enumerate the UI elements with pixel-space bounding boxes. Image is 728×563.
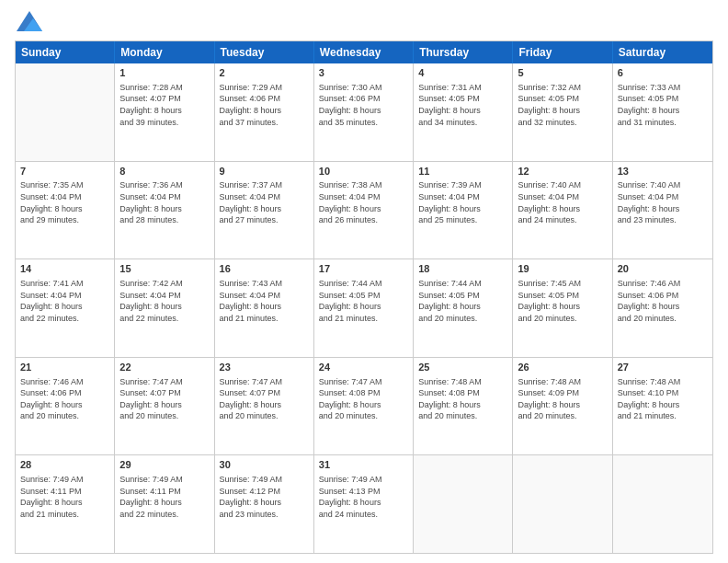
day-cell-21: 21Sunrise: 7:46 AMSunset: 4:06 PMDayligh… (16, 358, 115, 455)
day-cell-11: 11Sunrise: 7:39 AMSunset: 4:04 PMDayligh… (414, 162, 513, 259)
cell-info: Sunrise: 7:28 AMSunset: 4:07 PMDaylight:… (119, 82, 209, 128)
cell-info: Sunrise: 7:44 AMSunset: 4:05 PMDaylight:… (418, 278, 507, 324)
day-number: 15 (119, 262, 209, 276)
cell-info: Sunrise: 7:46 AMSunset: 4:06 PMDaylight:… (618, 278, 708, 324)
day-number: 19 (518, 262, 607, 276)
day-number: 20 (618, 262, 708, 276)
day-cell-1: 1Sunrise: 7:28 AMSunset: 4:07 PMDaylight… (115, 63, 214, 161)
day-number: 23 (220, 361, 309, 374)
cell-info: Sunrise: 7:48 AMSunset: 4:08 PMDaylight:… (418, 376, 507, 422)
cell-info: Sunrise: 7:49 AMSunset: 4:11 PMDaylight:… (20, 474, 109, 520)
cell-info: Sunrise: 7:32 AMSunset: 4:05 PMDaylight:… (518, 82, 607, 128)
day-number: 1 (119, 66, 209, 80)
day-number: 27 (618, 361, 708, 374)
week-row-5: 28Sunrise: 7:49 AMSunset: 4:11 PMDayligh… (16, 455, 712, 553)
day-cell-4: 4Sunrise: 7:31 AMSunset: 4:05 PMDaylight… (414, 63, 513, 161)
calendar: Sunday Monday Tuesday Wednesday Thursday… (15, 40, 713, 554)
day-cell-2: 2Sunrise: 7:29 AMSunset: 4:06 PMDaylight… (215, 63, 314, 161)
week-row-3: 14Sunrise: 7:41 AMSunset: 4:04 PMDayligh… (16, 259, 712, 358)
cell-info: Sunrise: 7:42 AMSunset: 4:04 PMDaylight:… (119, 278, 209, 324)
day-number: 28 (20, 458, 109, 472)
cell-info: Sunrise: 7:37 AMSunset: 4:04 PMDaylight:… (220, 179, 309, 225)
day-cell-3: 3Sunrise: 7:30 AMSunset: 4:06 PMDaylight… (314, 63, 414, 161)
cell-info: Sunrise: 7:36 AMSunset: 4:04 PMDaylight:… (119, 179, 209, 225)
day-cell-13: 13Sunrise: 7:40 AMSunset: 4:04 PMDayligh… (613, 162, 712, 259)
day-cell-19: 19Sunrise: 7:45 AMSunset: 4:05 PMDayligh… (513, 259, 612, 357)
empty-cell (613, 455, 712, 553)
empty-cell (513, 455, 612, 553)
cell-info: Sunrise: 7:38 AMSunset: 4:04 PMDaylight:… (319, 179, 408, 225)
day-cell-6: 6Sunrise: 7:33 AMSunset: 4:05 PMDaylight… (613, 63, 712, 161)
col-monday: Monday (115, 41, 214, 63)
day-cell-31: 31Sunrise: 7:49 AMSunset: 4:13 PMDayligh… (314, 455, 414, 553)
week-row-2: 7Sunrise: 7:35 AMSunset: 4:04 PMDaylight… (16, 162, 712, 260)
empty-cell (414, 455, 513, 553)
cell-info: Sunrise: 7:47 AMSunset: 4:08 PMDaylight:… (319, 376, 408, 422)
day-number: 5 (518, 66, 607, 80)
day-number: 16 (220, 262, 309, 276)
day-number: 2 (220, 66, 309, 80)
day-cell-20: 20Sunrise: 7:46 AMSunset: 4:06 PMDayligh… (613, 259, 712, 357)
day-cell-27: 27Sunrise: 7:48 AMSunset: 4:10 PMDayligh… (613, 358, 712, 455)
day-cell-29: 29Sunrise: 7:49 AMSunset: 4:11 PMDayligh… (115, 455, 214, 553)
calendar-body: 1Sunrise: 7:28 AMSunset: 4:07 PMDaylight… (16, 63, 712, 553)
col-sunday: Sunday (16, 41, 115, 63)
day-cell-12: 12Sunrise: 7:40 AMSunset: 4:04 PMDayligh… (513, 162, 612, 259)
day-number: 7 (20, 165, 109, 178)
day-number: 29 (119, 458, 209, 472)
day-number: 13 (618, 165, 708, 178)
calendar-header: Sunday Monday Tuesday Wednesday Thursday… (16, 41, 712, 63)
day-number: 6 (618, 66, 708, 80)
week-row-4: 21Sunrise: 7:46 AMSunset: 4:06 PMDayligh… (16, 358, 712, 456)
day-number: 12 (518, 165, 607, 178)
day-number: 31 (319, 458, 408, 472)
cell-info: Sunrise: 7:30 AMSunset: 4:06 PMDaylight:… (319, 82, 408, 128)
cell-info: Sunrise: 7:31 AMSunset: 4:05 PMDaylight:… (418, 82, 507, 128)
col-saturday: Saturday (613, 41, 712, 63)
empty-cell (16, 63, 115, 161)
day-number: 3 (319, 66, 408, 80)
cell-info: Sunrise: 7:49 AMSunset: 4:13 PMDaylight:… (319, 474, 408, 520)
day-cell-9: 9Sunrise: 7:37 AMSunset: 4:04 PMDaylight… (215, 162, 314, 259)
cell-info: Sunrise: 7:41 AMSunset: 4:04 PMDaylight:… (20, 278, 109, 324)
cell-info: Sunrise: 7:35 AMSunset: 4:04 PMDaylight:… (20, 179, 109, 225)
cell-info: Sunrise: 7:49 AMSunset: 4:12 PMDaylight:… (220, 474, 309, 520)
cell-info: Sunrise: 7:48 AMSunset: 4:10 PMDaylight:… (618, 376, 708, 422)
day-cell-18: 18Sunrise: 7:44 AMSunset: 4:05 PMDayligh… (414, 259, 513, 357)
logo-icon (17, 11, 42, 31)
cell-info: Sunrise: 7:47 AMSunset: 4:07 PMDaylight:… (119, 376, 209, 422)
day-cell-23: 23Sunrise: 7:47 AMSunset: 4:07 PMDayligh… (215, 358, 314, 455)
cell-info: Sunrise: 7:48 AMSunset: 4:09 PMDaylight:… (518, 376, 607, 422)
page: Sunday Monday Tuesday Wednesday Thursday… (0, 0, 728, 563)
cell-info: Sunrise: 7:43 AMSunset: 4:04 PMDaylight:… (220, 278, 309, 324)
day-cell-25: 25Sunrise: 7:48 AMSunset: 4:08 PMDayligh… (414, 358, 513, 455)
day-number: 30 (220, 458, 309, 472)
cell-info: Sunrise: 7:46 AMSunset: 4:06 PMDaylight:… (20, 376, 109, 422)
day-cell-5: 5Sunrise: 7:32 AMSunset: 4:05 PMDaylight… (513, 63, 612, 161)
day-number: 25 (418, 361, 507, 374)
cell-info: Sunrise: 7:40 AMSunset: 4:04 PMDaylight:… (518, 179, 607, 225)
header (15, 11, 713, 31)
day-number: 4 (418, 66, 507, 80)
day-cell-28: 28Sunrise: 7:49 AMSunset: 4:11 PMDayligh… (16, 455, 115, 553)
cell-info: Sunrise: 7:45 AMSunset: 4:05 PMDaylight:… (518, 278, 607, 324)
col-tuesday: Tuesday (215, 41, 314, 63)
cell-info: Sunrise: 7:47 AMSunset: 4:07 PMDaylight:… (220, 376, 309, 422)
day-cell-24: 24Sunrise: 7:47 AMSunset: 4:08 PMDayligh… (314, 358, 414, 455)
day-number: 8 (119, 165, 209, 178)
col-thursday: Thursday (414, 41, 513, 63)
day-number: 24 (319, 361, 408, 374)
day-number: 18 (418, 262, 507, 276)
day-cell-30: 30Sunrise: 7:49 AMSunset: 4:12 PMDayligh… (215, 455, 314, 553)
day-cell-26: 26Sunrise: 7:48 AMSunset: 4:09 PMDayligh… (513, 358, 612, 455)
day-number: 26 (518, 361, 607, 374)
cell-info: Sunrise: 7:49 AMSunset: 4:11 PMDaylight:… (119, 474, 209, 520)
day-cell-10: 10Sunrise: 7:38 AMSunset: 4:04 PMDayligh… (314, 162, 414, 259)
col-friday: Friday (513, 41, 612, 63)
day-cell-15: 15Sunrise: 7:42 AMSunset: 4:04 PMDayligh… (115, 259, 214, 357)
day-number: 22 (119, 361, 209, 374)
col-wednesday: Wednesday (314, 41, 414, 63)
cell-info: Sunrise: 7:39 AMSunset: 4:04 PMDaylight:… (418, 179, 507, 225)
day-number: 21 (20, 361, 109, 374)
cell-info: Sunrise: 7:40 AMSunset: 4:04 PMDaylight:… (618, 179, 708, 225)
